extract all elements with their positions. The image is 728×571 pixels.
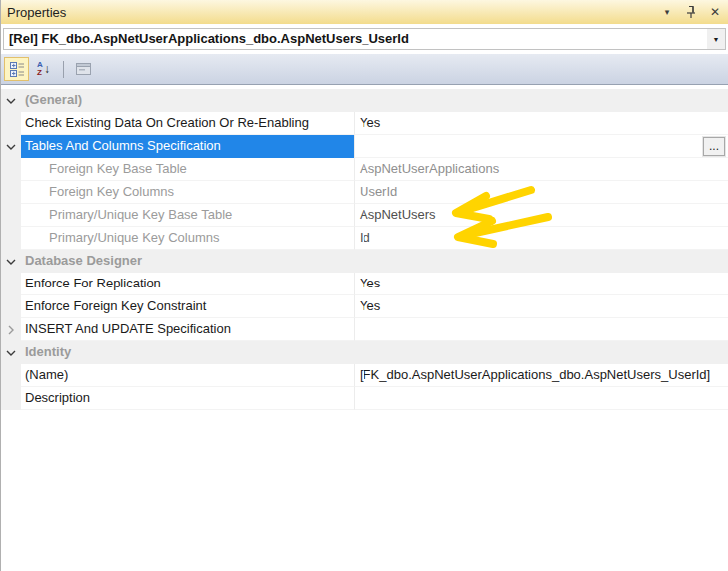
property-value: AspNetUsers — [354, 204, 728, 227]
property-pages-icon — [75, 62, 92, 76]
chevron-down-icon[interactable] — [6, 98, 16, 104]
property-value[interactable]: ... — [354, 135, 728, 158]
property-value: UserId — [354, 181, 728, 204]
combobox-dropdown-button[interactable]: ▼ — [707, 29, 725, 49]
property-row-description[interactable]: Description — [1, 387, 728, 410]
properties-tool-window: Properties ▾ ✕ [Rel] FK_dbo.AspNetUserAp… — [0, 0, 728, 571]
categorized-button[interactable] — [4, 57, 29, 81]
ellipsis-button[interactable]: ... — [703, 137, 725, 156]
alphabetical-sort-icon: A Z ↓ — [37, 61, 50, 77]
category-label: Identity — [21, 341, 354, 364]
category-row-general[interactable]: (General) — [1, 89, 728, 112]
property-value[interactable]: [FK_dbo.AspNetUserApplications_dbo.AspNe… — [354, 364, 728, 387]
property-row-foreign-key-columns[interactable]: Foreign Key Columns UserId — [1, 181, 728, 204]
window-position-icon[interactable]: ▾ — [661, 5, 673, 19]
property-label: Foreign Key Base Table — [21, 158, 354, 181]
property-value[interactable]: Yes — [354, 295, 728, 318]
property-label: Primary/Unique Key Base Table — [21, 204, 354, 227]
property-grid: (General) Check Existing Data On Creatio… — [1, 89, 728, 410]
property-row-enforce-for-replication[interactable]: Enforce For Replication Yes — [1, 273, 728, 295]
property-row-primary-key-base-table[interactable]: Primary/Unique Key Base Table AspNetUser… — [1, 204, 728, 227]
chevron-down-icon[interactable] — [6, 259, 16, 265]
titlebar[interactable]: Properties ▾ ✕ — [1, 0, 728, 24]
property-row-insert-update-spec[interactable]: INSERT And UPDATE Specification — [1, 318, 728, 341]
property-pages-button[interactable] — [71, 57, 96, 81]
property-label: INSERT And UPDATE Specification — [21, 318, 354, 341]
property-label: Enforce Foreign Key Constraint — [21, 295, 354, 318]
object-selector-row: [Rel] FK_dbo.AspNetUserApplications_dbo.… — [1, 24, 728, 54]
selected-object-label: [Rel] FK_dbo.AspNetUserApplications_dbo.… — [4, 29, 707, 49]
property-label: Foreign Key Columns — [21, 181, 354, 204]
object-selector-combobox[interactable]: [Rel] FK_dbo.AspNetUserApplications_dbo.… — [3, 28, 726, 50]
properties-toolbar: A Z ↓ — [1, 54, 728, 85]
property-row-foreign-key-base-table[interactable]: Foreign Key Base Table AspNetUserApplica… — [1, 158, 728, 181]
property-value[interactable] — [354, 387, 728, 410]
category-row-identity[interactable]: Identity — [1, 341, 728, 364]
property-value[interactable]: Yes — [354, 112, 728, 135]
alphabetical-button[interactable]: A Z ↓ — [31, 57, 56, 81]
property-row-primary-key-columns[interactable]: Primary/Unique Key Columns Id — [1, 227, 728, 250]
property-label: Check Existing Data On Creation Or Re-En… — [21, 112, 354, 135]
property-value: AspNetUserApplications — [354, 158, 728, 181]
property-label: Tables And Columns Specification — [21, 135, 354, 158]
toolbar-separator — [63, 61, 64, 78]
property-label: (Name) — [21, 364, 354, 387]
property-label: Description — [21, 387, 354, 410]
close-icon[interactable]: ✕ — [709, 5, 721, 19]
pin-icon[interactable] — [685, 5, 697, 19]
property-row-check-existing-data[interactable]: Check Existing Data On Creation Or Re-En… — [1, 112, 728, 135]
window-title: Properties — [7, 5, 661, 20]
property-label: Primary/Unique Key Columns — [21, 227, 354, 250]
chevron-down-icon: ▼ — [713, 36, 720, 43]
category-label: Database Designer — [21, 250, 354, 273]
property-label: Enforce For Replication — [21, 273, 354, 295]
category-row-database-designer[interactable]: Database Designer — [1, 250, 728, 273]
chevron-right-icon[interactable] — [8, 325, 14, 335]
property-value: Id — [354, 227, 728, 250]
property-row-tables-and-columns[interactable]: Tables And Columns Specification ... — [1, 135, 728, 158]
property-value[interactable]: Yes — [354, 273, 728, 295]
property-row-enforce-foreign-key[interactable]: Enforce Foreign Key Constraint Yes — [1, 295, 728, 318]
property-row-name[interactable]: (Name) [FK_dbo.AspNetUserApplications_db… — [1, 364, 728, 387]
categorized-icon — [9, 61, 25, 77]
chevron-down-icon[interactable] — [6, 144, 16, 150]
category-label: (General) — [21, 89, 354, 112]
chevron-down-icon[interactable] — [6, 350, 16, 356]
